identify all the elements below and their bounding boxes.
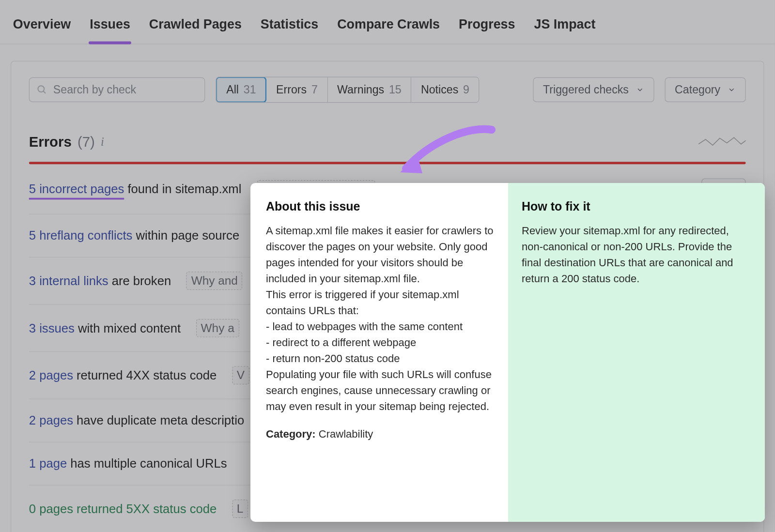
svg-line-1 (43, 91, 46, 93)
category-line: Category: Crawlability (266, 426, 494, 442)
how-to-fix-panel: How to fix it Review your sitemap.xml fo… (508, 183, 765, 522)
issue-rest: with mixed content (75, 321, 181, 334)
sparkline-icon (698, 136, 746, 148)
learn-more-button[interactable]: L (232, 500, 248, 518)
filter-all[interactable]: All 31 (216, 77, 266, 103)
filter-all-count: 31 (244, 83, 256, 96)
category-dropdown[interactable]: Category (665, 77, 745, 102)
filter-notices[interactable]: Notices 9 (411, 77, 479, 102)
tab-progress[interactable]: Progress (458, 11, 516, 44)
issue-link[interactable]: 1 page (29, 456, 67, 470)
info-icon[interactable]: i (101, 135, 104, 149)
issue-rest: returned 4XX status code (73, 368, 217, 382)
filter-warnings-label: Warnings (337, 83, 384, 96)
category-dropdown-label: Category (675, 83, 720, 96)
tab-overview[interactable]: Overview (12, 11, 72, 44)
chevron-down-icon (728, 86, 736, 94)
issue-link[interactable]: 2 pages (29, 368, 73, 382)
filter-warnings-count: 15 (389, 83, 402, 96)
filter-errors-label: Errors (276, 83, 307, 96)
issue-rest: found in sitemap.xml (124, 182, 241, 196)
about-issue-panel: About this issue A sitemap.xml file make… (250, 183, 508, 522)
svg-point-0 (38, 86, 44, 92)
triggered-checks-dropdown[interactable]: Triggered checks (533, 77, 654, 102)
why-and-how-button[interactable]: Why a (196, 319, 239, 337)
issue-help-popover: About this issue A sitemap.xml file make… (250, 183, 765, 522)
category-label: Category: (266, 428, 316, 440)
about-heading: About this issue (266, 198, 494, 216)
category-value: Crawlability (319, 428, 373, 440)
tab-js-impact[interactable]: JS Impact (533, 11, 597, 44)
issue-link[interactable]: 5 incorrect pages (29, 182, 124, 200)
issue-rest: has multiple canonical URLs (67, 456, 227, 470)
triggered-checks-label: Triggered checks (543, 83, 629, 96)
errors-label: Errors (29, 134, 72, 150)
issue-link[interactable]: 3 issues (29, 321, 75, 334)
issue-rest: are broken (108, 274, 171, 287)
issue-link[interactable]: 2 pages (29, 413, 73, 427)
issue-rest: within page source (132, 228, 239, 242)
filter-group: All 31 Errors 7 Warnings 15 Notices 9 (216, 77, 479, 103)
errors-count: (7) (78, 134, 95, 150)
filter-errors-count: 7 (311, 83, 318, 96)
filter-all-label: All (226, 83, 239, 96)
search-input-wrapper[interactable] (29, 77, 205, 102)
about-body: A sitemap.xml file makes it easier for c… (266, 223, 494, 414)
issue-link[interactable]: 0 pages returned 5XX status code (29, 502, 217, 515)
issue-rest: have duplicate meta descriptio (73, 413, 244, 427)
issue-link[interactable]: 5 hreflang conflicts (29, 228, 133, 242)
filter-warnings[interactable]: Warnings 15 (328, 77, 412, 102)
fix-heading: How to fix it (522, 198, 750, 216)
tab-compare-crawls[interactable]: Compare Crawls (336, 11, 441, 44)
fix-body: Review your sitemap.xml for any redirect… (522, 223, 750, 287)
top-tabs: Overview Issues Crawled Pages Statistics… (0, 0, 775, 45)
tab-statistics[interactable]: Statistics (259, 11, 319, 44)
filter-notices-count: 9 (463, 83, 469, 96)
search-input[interactable] (53, 83, 198, 96)
tab-issues[interactable]: Issues (89, 11, 131, 44)
why-and-how-button[interactable]: Why and (186, 272, 243, 290)
filter-notices-label: Notices (421, 83, 458, 96)
panel-header: All 31 Errors 7 Warnings 15 Notices 9 (29, 77, 746, 103)
issue-link[interactable]: 3 internal links (29, 274, 108, 287)
search-icon (37, 84, 47, 95)
filter-errors[interactable]: Errors 7 (267, 77, 328, 102)
errors-section-heading: Errors (7) i (29, 134, 746, 150)
tab-crawled-pages[interactable]: Crawled Pages (148, 11, 243, 44)
why-and-how-button[interactable]: V (232, 366, 249, 384)
chevron-down-icon (636, 86, 644, 94)
